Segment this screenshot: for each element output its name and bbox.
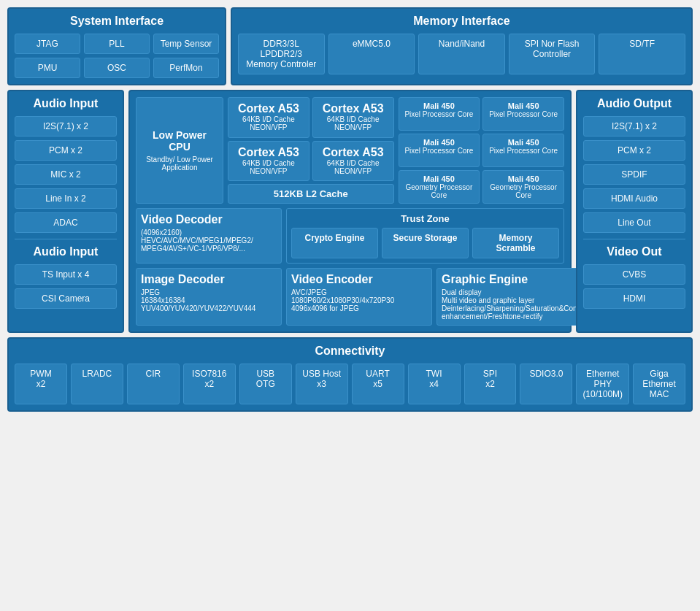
connectivity-item: PWM x2 xyxy=(15,364,67,404)
system-interface-item: JTAG xyxy=(15,34,80,54)
video-out-item: CVBS xyxy=(583,264,685,285)
cortex-sub: 64KB I/D Cache NEON/VFP xyxy=(318,115,389,131)
system-interface-section: System Interface JTAGPLLTemp SensorPMUOS… xyxy=(7,7,226,85)
connectivity-item: Ethernet PHY (10/100M) xyxy=(576,364,629,404)
audio-input-left-item: MIC x 2 xyxy=(15,164,117,185)
audio-output-item: SPDIF xyxy=(583,164,685,185)
system-interface-item: PerfMon xyxy=(153,58,219,78)
audio-input2-grid: TS Input x 4CSI Camera xyxy=(15,264,117,309)
cortex-wrapper: Cortex A5364KB I/D Cache NEON/VFPCortex … xyxy=(228,97,394,204)
audio-output-title: Audio Output xyxy=(583,97,685,110)
trust-zone-section: Trust Zone Crypto EngineSecure StorageMe… xyxy=(286,208,564,264)
connectivity-item: ISO7816 x2 xyxy=(183,364,236,404)
cortex-core-block: Cortex A5364KB I/D Cache NEON/VFP xyxy=(312,141,394,182)
audio-output-item: I2S(7.1) x 2 xyxy=(583,116,685,137)
memory-interface-section: Memory Interface DDR3/3L LPDDR2/3 Memory… xyxy=(231,7,693,85)
memory-interface-item: Nand/iNand xyxy=(418,34,505,74)
audio-output-item: PCM x 2 xyxy=(583,140,685,161)
mali-core-block: Mali 450Geometry Processor Core xyxy=(399,170,480,204)
connectivity-item: Giga Ethernet MAC xyxy=(633,364,685,404)
mali-title: Mali 450 xyxy=(487,138,560,147)
low-power-cpu-title: Low Power CPU xyxy=(142,129,217,153)
audio-input-left-grid: I2S(7.1) x 2PCM x 2MIC x 2Line In x 2ADA… xyxy=(15,116,117,233)
system-interface-item: Temp Sensor xyxy=(153,34,219,54)
trust-zone-title: Trust Zone xyxy=(291,213,559,224)
connectivity-item: SDIO3.0 xyxy=(520,364,572,404)
image-decoder-block: Image Decoder JPEG 16384x16384 YUV400/YU… xyxy=(136,268,282,326)
video-encoder-sub: AVC/JPEG 1080P60/2x1080P30/4x720P30 4096… xyxy=(291,288,427,312)
img-vid-graphic-row: Image Decoder JPEG 16384x16384 YUV400/YU… xyxy=(136,268,564,326)
video-decoder-block: Video Decoder (4096x2160) HEVC/AVC/MVC/M… xyxy=(136,208,282,264)
mali-core-block: Mali 450Geometry Processor Core xyxy=(482,170,564,204)
audio-output-item: HDMI Audio xyxy=(583,188,685,209)
cortex-sub: 64KB I/D Cache NEON/VFP xyxy=(318,159,389,175)
cortex-sub: 64KB I/D Cache NEON/VFP xyxy=(233,115,304,131)
trust-zone-item-title: Crypto Engine xyxy=(298,233,372,243)
memory-interface-item: SPI Nor Flash Controller xyxy=(509,34,596,74)
connectivity-title: Connectivity xyxy=(15,345,685,358)
trust-zone-item-title: Memory Scramble xyxy=(479,233,553,253)
mali-sub: Pixel Processor Core xyxy=(403,110,476,118)
cpu-section-row: Low Power CPU Standby/ Low Power Applica… xyxy=(136,97,564,204)
mali-sub: Pixel Processor Core xyxy=(487,110,560,118)
mali-sub: Geometry Processor Core xyxy=(487,183,560,199)
cortex-title: Cortex A53 xyxy=(233,146,304,159)
mali-title: Mali 450 xyxy=(403,174,476,183)
center-section: Low Power CPU Standby/ Low Power Applica… xyxy=(128,90,572,333)
mali-title: Mali 450 xyxy=(487,174,560,183)
mali-sub: Pixel Processor Core xyxy=(403,147,476,155)
decoder-trust-row: Video Decoder (4096x2160) HEVC/AVC/MVC/M… xyxy=(136,208,564,264)
connectivity-item: USB Host x3 xyxy=(296,364,348,404)
connectivity-item: UART x5 xyxy=(352,364,404,404)
middle-row: Audio Input I2S(7.1) x 2PCM x 2MIC x 2Li… xyxy=(7,90,693,333)
graphic-engine-title: Graphic Engine xyxy=(442,273,591,286)
audio-output-grid: I2S(7.1) x 2PCM x 2SPDIFHDMI AudioLine O… xyxy=(583,116,685,233)
cortex-core-block: Cortex A5364KB I/D Cache NEON/VFP xyxy=(312,97,394,138)
video-out-grid: CVBSHDMI xyxy=(583,264,685,309)
audio-output-right-section: Audio Output I2S(7.1) x 2PCM x 2SPDIFHDM… xyxy=(576,90,693,333)
trust-zone-inner: Crypto EngineSecure StorageMemory Scramb… xyxy=(291,228,559,258)
cortex-title: Cortex A53 xyxy=(318,102,389,115)
mali-core-block: Mali 450Pixel Processor Core xyxy=(482,134,564,167)
mali-sub: Pixel Processor Core xyxy=(487,147,560,155)
connectivity-item: USB OTG xyxy=(239,364,292,404)
mali-title: Mali 450 xyxy=(487,101,560,110)
video-encoder-block: Video Encoder AVC/JPEG 1080P60/2x1080P30… xyxy=(286,268,432,326)
main-wrapper: System Interface JTAGPLLTemp SensorPMUOS… xyxy=(7,7,693,412)
trust-zone-item-title: Secure Storage xyxy=(388,233,462,243)
system-interface-item: OSC xyxy=(84,58,150,78)
l2-cache-bar: 512KB L2 Cache xyxy=(228,184,394,204)
top-row: System Interface JTAGPLLTemp SensorPMUOS… xyxy=(7,7,693,85)
audio-input-left-title: Audio Input xyxy=(15,97,117,110)
video-decoder-title: Video Decoder xyxy=(141,213,277,226)
video-decoder-sub: (4096x2160) HEVC/AVC/MVC/MPEG1/MPEG2/ MP… xyxy=(141,228,277,253)
audio-input-left-section: Audio Input I2S(7.1) x 2PCM x 2MIC x 2Li… xyxy=(7,90,124,333)
video-encoder-title: Video Encoder xyxy=(291,273,427,286)
connectivity-section: Connectivity PWM x2LRADCCIRISO7816 x2USB… xyxy=(7,337,693,412)
cortex-core-block: Cortex A5364KB I/D Cache NEON/VFP xyxy=(228,97,309,138)
audio-input2-title: Audio Input xyxy=(15,245,117,258)
mali-sub: Geometry Processor Core xyxy=(403,183,476,199)
system-interface-item: PMU xyxy=(15,58,80,78)
image-decoder-title: Image Decoder xyxy=(141,273,277,286)
audio-input-left-item: ADAC xyxy=(15,212,117,233)
trust-zone-item: Secure Storage xyxy=(382,228,469,258)
memory-interface-title: Memory Interface xyxy=(238,15,685,28)
trust-zone-item: Crypto Engine xyxy=(291,228,378,258)
trust-zone-item: Memory Scramble xyxy=(472,228,559,258)
audio-input-left-item: Line In x 2 xyxy=(15,188,117,209)
audio-input-left-item: PCM x 2 xyxy=(15,140,117,161)
connectivity-item: SPI x2 xyxy=(464,364,517,404)
mali-core-block: Mali 450Pixel Processor Core xyxy=(399,134,480,167)
memory-interface-item: DDR3/3L LPDDR2/3 Memory Controler xyxy=(238,34,325,74)
mali-title: Mali 450 xyxy=(403,138,476,147)
memory-interface-grid: DDR3/3L LPDDR2/3 Memory ControlereMMC5.0… xyxy=(238,34,685,74)
mali-grid: Mali 450Pixel Processor CoreMali 450Pixe… xyxy=(399,97,565,204)
system-interface-grid: JTAGPLLTemp SensorPMUOSCPerfMon xyxy=(15,34,219,78)
connectivity-item: TWI x4 xyxy=(408,364,461,404)
low-power-cpu-block: Low Power CPU Standby/ Low Power Applica… xyxy=(136,97,223,204)
video-out-title: Video Out xyxy=(583,245,685,258)
audio-input2-item: TS Input x 4 xyxy=(15,264,117,285)
mali-core-block: Mali 450Pixel Processor Core xyxy=(482,97,564,131)
connectivity-item: LRADC xyxy=(71,364,123,404)
